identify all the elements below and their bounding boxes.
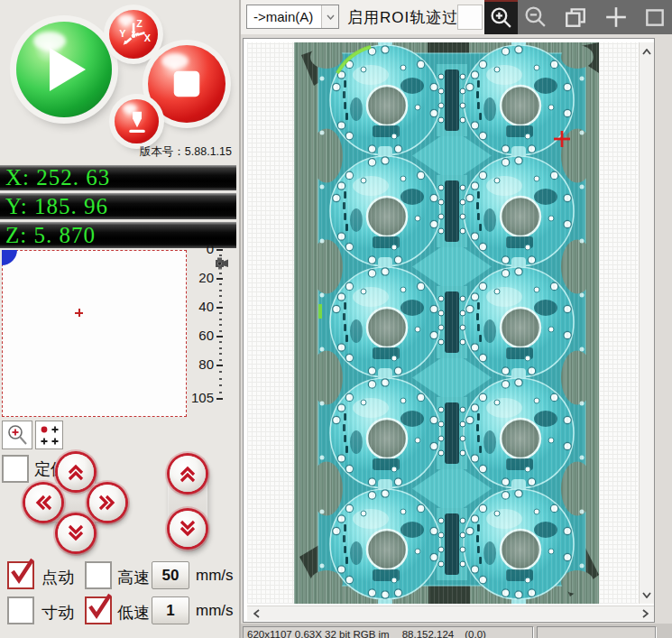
low-speed-checkbox[interactable]	[85, 596, 112, 624]
stop-icon	[170, 67, 204, 101]
double-chevron-down-icon	[177, 518, 198, 540]
ruler-label: 60	[189, 328, 214, 343]
z-up-button[interactable]	[170, 456, 206, 492]
ruler-minor-tick	[219, 273, 222, 274]
roi-filter-label: 启用ROI轨迹过滤	[347, 7, 474, 28]
rectangle-icon	[643, 5, 667, 29]
check-icon	[7, 556, 36, 587]
svg-text:Y: Y	[119, 28, 126, 39]
image-viewer-frame	[243, 38, 655, 623]
jog-down-button[interactable]	[58, 515, 94, 551]
crosshair-icon	[604, 5, 628, 29]
position-preview-panel[interactable]	[2, 250, 187, 417]
image-info: 620x1107 0.63X 32 bit RGB im	[247, 629, 390, 638]
coordinate-y-value: Y: 185. 96	[0, 194, 108, 219]
fit-view-button[interactable]	[558, 0, 592, 34]
image-toolbar	[484, 0, 672, 34]
ruler-tick	[216, 336, 223, 337]
gloss-highlight	[33, 32, 66, 51]
horizontal-scrollbar[interactable]	[247, 606, 654, 621]
double-chevron-down-icon	[65, 522, 87, 544]
ruler-minor-tick	[219, 261, 222, 263]
jog-mode-checkbox[interactable]	[7, 561, 34, 589]
inch-mode-checkbox[interactable]	[7, 596, 34, 624]
svg-text:Z: Z	[136, 18, 143, 29]
ruler-minor-tick	[219, 312, 222, 314]
ruler: 020406080105	[189, 242, 239, 431]
coordinate-x: X: 252. 63	[0, 165, 236, 190]
ruler-minor-tick	[219, 353, 222, 355]
axis-origin-button[interactable]: Z X Y	[109, 10, 158, 59]
vertical-scrollbar[interactable]	[639, 42, 654, 604]
gloss-highlight	[161, 53, 188, 69]
chevron-down-icon	[321, 5, 338, 28]
status-extra-cell	[537, 626, 656, 638]
ruler-tick	[216, 398, 223, 400]
jog-mode-label: 点动	[41, 567, 74, 588]
cursor-position: (0,0)	[465, 629, 486, 638]
crosshair-button[interactable]	[599, 0, 632, 34]
calibration-points-icon	[37, 422, 61, 448]
zoom-tool-button[interactable]	[2, 421, 32, 449]
zoom-in-button[interactable]	[484, 0, 518, 34]
ruler-label: 20	[189, 270, 214, 285]
svg-text:X: X	[144, 32, 152, 43]
ruler-label: 105	[189, 390, 214, 405]
double-chevron-left-icon	[32, 492, 54, 513]
ruler-label: 80	[189, 356, 214, 372]
double-chevron-up-icon	[65, 461, 87, 483]
ruler-minor-tick	[219, 359, 222, 361]
z-down-button[interactable]	[170, 511, 206, 547]
ruler-minor-tick	[219, 283, 222, 285]
scroll-left-arrow[interactable]	[249, 606, 263, 621]
fit-view-icon	[564, 5, 587, 29]
inch-mode-label: 寸动	[41, 602, 74, 624]
scroll-right-arrow[interactable]	[638, 606, 652, 621]
image-info-cell: 620x1107 0.63X 32 bit RGB im 88,152,124 …	[243, 626, 533, 638]
low-speed-input[interactable]: 1	[152, 596, 189, 624]
play-button[interactable]	[16, 22, 112, 117]
jog-right-button[interactable]	[89, 485, 125, 521]
double-chevron-up-icon	[177, 463, 198, 485]
image-viewer-area	[241, 34, 672, 624]
positioning-checkbox[interactable]	[2, 455, 29, 483]
scroll-up-arrow[interactable]	[640, 44, 654, 59]
stop-button[interactable]	[148, 45, 226, 123]
ruler-minor-tick	[219, 301, 222, 303]
roi-filter-checkbox[interactable]	[457, 5, 483, 30]
jog-left-button[interactable]	[25, 485, 61, 521]
high-speed-checkbox[interactable]	[85, 561, 112, 589]
zoom-out-icon	[523, 5, 548, 30]
ruler-label: 40	[189, 299, 214, 314]
ruler-tick	[216, 307, 223, 309]
ruler-minor-tick	[219, 392, 222, 393]
top-bar: ->main(A) 启用ROI轨迹过滤	[241, 0, 672, 34]
status-bar: 620x1107 0.63X 32 bit RGB im 88,152,124 …	[241, 624, 672, 638]
ruler-label: 0	[189, 241, 214, 256]
play-icon	[41, 44, 87, 95]
ruler-minor-tick	[219, 378, 222, 380]
coordinate-y: Y: 185. 96	[0, 193, 236, 219]
pcb-camera-image[interactable]	[294, 42, 599, 604]
position-marker-icon	[75, 309, 83, 317]
double-chevron-right-icon	[97, 492, 118, 513]
image-viewport[interactable]	[247, 42, 638, 604]
rect-select-button[interactable]	[639, 0, 672, 34]
magnifier-plus-icon	[5, 423, 29, 447]
high-speed-label: 高速	[117, 567, 150, 588]
ruler-tick	[216, 365, 223, 366]
program-select-value: ->main(A)	[247, 9, 321, 24]
ruler-minor-tick	[219, 324, 222, 326]
jog-up-button[interactable]	[58, 454, 94, 490]
high-speed-input[interactable]: 50	[152, 561, 189, 589]
camera-icon	[215, 257, 230, 271]
ruler-minor-tick	[219, 290, 222, 291]
ruler-minor-tick	[219, 347, 222, 349]
calibration-points-button[interactable]	[35, 421, 63, 449]
ruler-minor-tick	[219, 254, 222, 256]
zoom-out-button[interactable]	[518, 0, 551, 34]
scroll-down-arrow[interactable]	[640, 587, 654, 602]
tool-down-button[interactable]	[115, 99, 159, 143]
ruler-tick	[216, 278, 223, 280]
program-select[interactable]: ->main(A)	[246, 5, 339, 29]
